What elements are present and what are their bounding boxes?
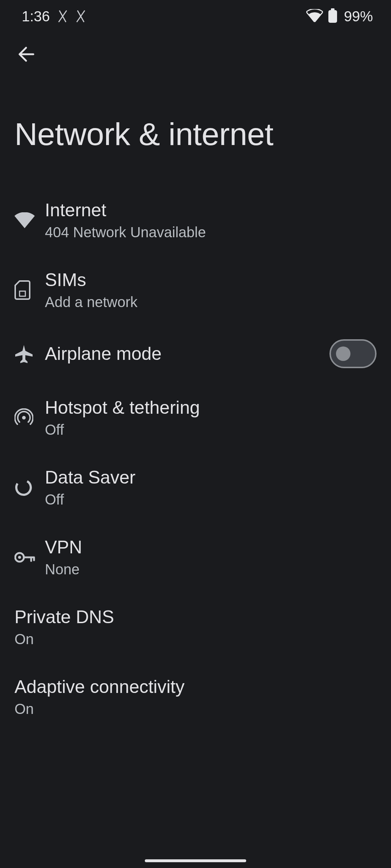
row-title: Data Saver [45, 467, 377, 488]
svg-point-6 [18, 556, 21, 559]
row-subtitle: On [14, 631, 377, 647]
status-time: 1:36 [22, 8, 50, 25]
row-title: SIMs [45, 269, 377, 290]
hotspot-icon [14, 408, 45, 427]
app-bar [0, 33, 391, 76]
toggle-knob [336, 346, 350, 361]
row-internet[interactable]: Internet 404 Network Unavailable [0, 185, 391, 255]
row-subtitle: Off [45, 422, 377, 438]
row-sims[interactable]: SIMs Add a network [0, 255, 391, 325]
row-private-dns[interactable]: Private DNS On [0, 592, 391, 662]
wifi-icon [306, 9, 323, 24]
row-vpn[interactable]: VPN None [0, 522, 391, 592]
row-title: Adaptive connectivity [14, 676, 377, 697]
page-title: Network & internet [0, 76, 391, 174]
sim-icon [14, 280, 45, 300]
nav-handle[interactable] [145, 859, 246, 862]
airplane-icon [14, 344, 45, 363]
wifi-icon [14, 212, 45, 228]
back-button[interactable] [12, 40, 41, 69]
arrow-left-icon [17, 45, 35, 64]
row-subtitle: Off [45, 492, 377, 508]
status-left: 1:36 [22, 8, 86, 25]
data-saver-icon [14, 478, 45, 497]
row-airplane[interactable]: Airplane mode [0, 325, 391, 383]
row-subtitle: 404 Network Unavailable [45, 224, 377, 241]
row-title: VPN [45, 537, 377, 558]
battery-percent: 99% [344, 8, 373, 25]
row-title: Airplane mode [45, 343, 329, 364]
row-title: Hotspot & tethering [45, 397, 377, 418]
battery-icon [328, 8, 337, 24]
svg-rect-1 [331, 8, 335, 10]
no-sim-icon [75, 9, 86, 24]
settings-list: Internet 404 Network Unavailable SIMs Ad… [0, 174, 391, 732]
row-hotspot[interactable]: Hotspot & tethering Off [0, 383, 391, 452]
row-datasaver[interactable]: Data Saver Off [0, 452, 391, 522]
status-bar: 1:36 99% [0, 0, 391, 33]
airplane-toggle[interactable] [329, 339, 377, 368]
row-adaptive-connectivity[interactable]: Adaptive connectivity On [0, 662, 391, 732]
status-right: 99% [306, 8, 373, 25]
svg-rect-0 [328, 10, 337, 23]
row-subtitle: On [14, 701, 377, 717]
svg-rect-2 [20, 291, 25, 296]
row-subtitle: None [45, 561, 377, 578]
vpn-key-icon [14, 552, 45, 563]
svg-point-3 [22, 416, 26, 420]
row-subtitle: Add a network [45, 294, 377, 310]
row-title: Private DNS [14, 607, 377, 627]
svg-point-4 [14, 478, 33, 497]
row-title: Internet [45, 200, 377, 221]
no-sim-icon [57, 9, 68, 24]
